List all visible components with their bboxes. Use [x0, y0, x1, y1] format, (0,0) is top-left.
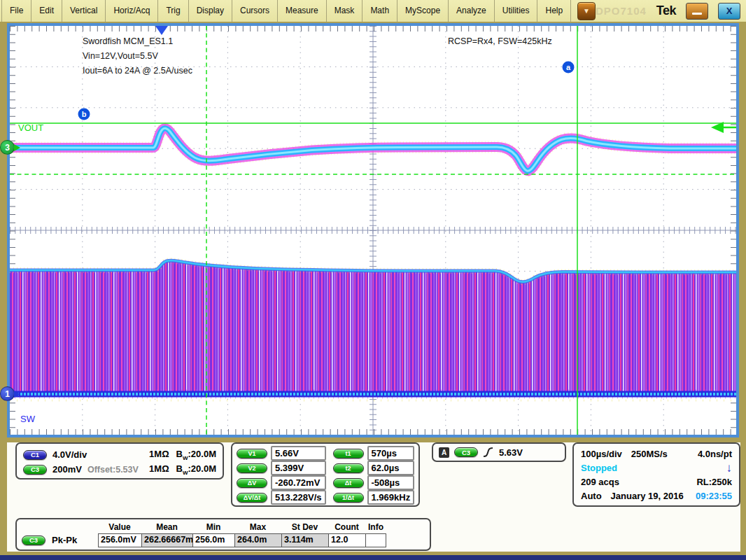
minimize-button[interactable]: [686, 3, 708, 20]
v1-pill[interactable]: V1: [237, 449, 267, 458]
marker-a: a: [563, 62, 575, 74]
measurement-max: 264.0m: [234, 533, 281, 547]
c3-scale: 200mV: [52, 464, 82, 475]
trigger-mode: Auto: [581, 491, 602, 501]
menu-item-display[interactable]: Display: [189, 0, 232, 22]
dv-dt-value: 513.228V/s: [271, 490, 326, 505]
menu-item-utilities[interactable]: Utilities: [495, 0, 538, 22]
bottom-bar: [0, 555, 746, 560]
c1-bandwidth: BW:20.0M: [176, 449, 216, 461]
scope-screen: b a Swordfish MCM_ES1.1 Vin=12V,Vout=5.5…: [7, 23, 739, 438]
annotation-line-3: Iout=6A to 24A @ 2.5A/usec: [83, 66, 192, 76]
arrow-down-icon: ↓: [726, 462, 733, 474]
col-header-max: Max: [234, 522, 281, 532]
right-bezel-strip: [740, 442, 746, 552]
v1-value: 5.66V: [271, 446, 326, 461]
measurement-mean: 262.66667m: [141, 533, 192, 547]
menu-item-mask[interactable]: Mask: [327, 0, 363, 22]
menu-item-file[interactable]: File: [1, 0, 31, 22]
v2-pill[interactable]: V2: [237, 463, 267, 473]
delta-t-value: -508µs: [367, 475, 415, 490]
inv-delta-t-value: 1.969kHz: [367, 490, 415, 505]
channel-1-badge[interactable]: 1: [0, 386, 15, 401]
channel-3-badge[interactable]: 3: [0, 140, 15, 155]
sw-label: SW: [20, 414, 36, 424]
readout-area: C1 4.0V/div 1MΩ BW:20.0M C3 200mV Offset…: [0, 442, 746, 552]
dropdown-arrow-icon: ▼: [583, 8, 590, 15]
dv-dt-pill[interactable]: ΔV/Δt: [237, 493, 267, 503]
model-label: DPO7104: [596, 5, 647, 17]
c1-pill[interactable]: C1: [23, 450, 47, 460]
delta-v-pill[interactable]: ΔV: [237, 478, 267, 488]
menu-item-analyze[interactable]: Analyze: [449, 0, 495, 22]
menu-dropdown-button[interactable]: ▼: [577, 2, 596, 20]
trigger-level-value: 5.63V: [499, 447, 523, 458]
timebase-value: 100µs/div: [581, 449, 622, 459]
menu-item-edit[interactable]: Edit: [31, 0, 62, 22]
t1-pill[interactable]: t1: [333, 449, 364, 458]
close-button[interactable]: X: [718, 3, 740, 20]
trigger-a-badge: A: [439, 447, 449, 458]
tek-logo: Tek: [656, 4, 676, 18]
trigger-panel[interactable]: A C3 5.63V: [432, 442, 566, 462]
menu-bar: File Edit Vertical Horiz/Acq Trig Displa…: [0, 0, 746, 22]
measurement-value: 256.0mV: [98, 533, 141, 547]
menu-item-cursors[interactable]: Cursors: [232, 0, 278, 22]
col-header-value: Value: [98, 522, 141, 532]
menu-item-myscope[interactable]: MyScope: [397, 0, 449, 22]
scope-display-frame: b a Swordfish MCM_ES1.1 Vin=12V,Vout=5.5…: [0, 22, 746, 442]
vout-label: VOUT: [18, 122, 43, 133]
menu-item-help[interactable]: Help: [537, 0, 571, 22]
acquisition-status: Stopped: [581, 463, 617, 473]
sample-rate-value: 250MS/s: [631, 449, 668, 459]
svg-text:a: a: [566, 63, 571, 71]
measurement-table-header: Value Mean Min Max St Dev Count Info: [20, 521, 427, 533]
channel-1-arrow-icon: [14, 391, 20, 398]
menu-item-trig[interactable]: Trig: [158, 0, 188, 22]
menu-item-vertical[interactable]: Vertical: [62, 0, 106, 22]
measurement-min: 256.0m: [192, 533, 234, 547]
measurement-name: Pk-Pk: [52, 535, 77, 545]
svg-text:b: b: [82, 110, 87, 118]
c3-pill[interactable]: C3: [23, 465, 47, 475]
trigger-source-pill[interactable]: C3: [454, 447, 478, 457]
c3-impedance: 1MΩ: [149, 463, 169, 476]
close-icon: X: [726, 6, 733, 16]
trigger-position-icon[interactable]: [155, 26, 168, 35]
col-header-count: Count: [328, 522, 365, 532]
c1-scale: 4.0V/div: [52, 449, 87, 460]
measurement-channel-pill[interactable]: C3: [22, 536, 45, 545]
menu-item-measure[interactable]: Measure: [278, 0, 327, 22]
t2-pill[interactable]: t2: [333, 463, 364, 473]
col-header-mean: Mean: [141, 522, 192, 532]
time-label: 09:23:55: [696, 491, 732, 501]
measurement-table: Value Mean Min Max St Dev Count Info C3 …: [15, 518, 431, 551]
record-length: RL:250k: [696, 477, 732, 487]
channel-3-arrow-icon: [14, 144, 20, 151]
measurement-info: [365, 533, 386, 547]
v2-value: 5.399V: [271, 461, 326, 475]
measurement-row: C3 Pk-Pk 256.0mV 262.66667m 256.0m 264.0…: [20, 533, 427, 547]
marker-b: b: [78, 108, 90, 120]
c3-offset: Offset:5.53V: [87, 465, 139, 475]
cursor-readout-panel: V15.66V t1570µs V25.399V t262.0µs ΔV-260…: [231, 442, 420, 507]
c1-impedance: 1MΩ: [149, 449, 169, 461]
channel-info-panel: C1 4.0V/div 1MΩ BW:20.0M C3 200mV Offset…: [15, 442, 224, 479]
horizontal-panel: 100µs/div 250MS/s 4.0ns/pt Stopped ↓ 209…: [572, 442, 740, 507]
menu-item-horiz-acq[interactable]: Horiz/Acq: [106, 0, 158, 22]
col-header-stdev: St Dev: [281, 522, 328, 532]
graticule[interactable]: b a Swordfish MCM_ES1.1 Vin=12V,Vout=5.5…: [10, 26, 736, 435]
t2-value: 62.0µs: [367, 461, 415, 475]
annotation-line-2: Vin=12V,Vout=5.5V: [83, 51, 158, 61]
c3-bandwidth: BW:20.0M: [176, 463, 216, 476]
measurement-count: 12.0: [328, 533, 365, 547]
inv-delta-t-pill[interactable]: 1/Δt: [333, 493, 364, 503]
measurement-stdev: 3.114m: [281, 533, 328, 547]
acquisition-count: 209 acqs: [581, 477, 619, 487]
left-bezel-strip: [0, 442, 7, 552]
delta-v-value: -260.72mV: [271, 475, 326, 490]
annotation-line-1: Swordfish MCM_ES1.1: [83, 36, 173, 46]
menu-item-math[interactable]: Math: [363, 0, 397, 22]
delta-t-pill[interactable]: Δt: [333, 478, 364, 488]
rising-edge-icon: [483, 447, 494, 458]
